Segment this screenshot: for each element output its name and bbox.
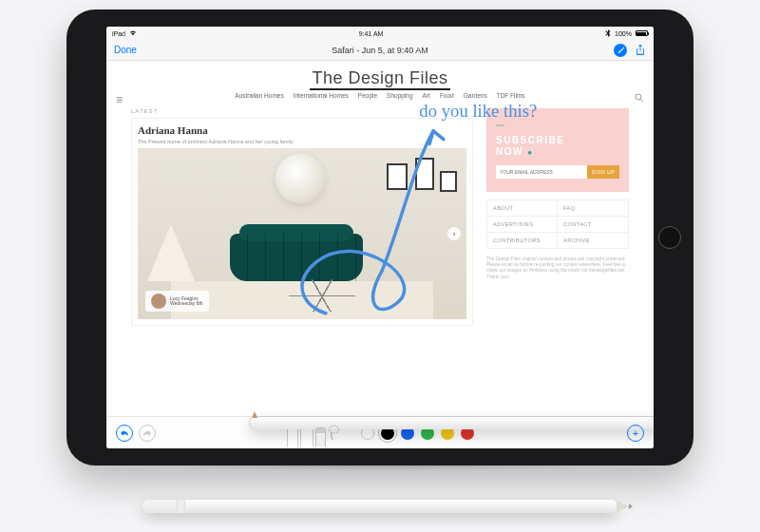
footer-link[interactable]: CONTRIBUTORS — [487, 233, 558, 248]
footer-link[interactable]: ABOUT — [487, 200, 558, 217]
new-annotation-button[interactable] — [614, 44, 627, 57]
svg-line-1 — [640, 99, 643, 102]
markup-titlebar: Done Safari - Jun 5, at 9:40 AM — [106, 40, 654, 61]
next-icon[interactable]: › — [447, 227, 461, 240]
wave-icon: 〰 — [496, 122, 619, 131]
lasso-tool[interactable] — [328, 422, 340, 446]
share-button[interactable] — [635, 44, 646, 57]
subscribe-widget: 〰 SUBSCRIBENOW ● SIGN UP — [486, 108, 629, 192]
footer-link[interactable]: FAQ — [558, 200, 628, 217]
nav-link[interactable]: Shopping — [387, 92, 412, 99]
home-button[interactable] — [658, 226, 681, 249]
article-title: Adriana Hanna — [138, 124, 466, 136]
avatar — [151, 294, 166, 309]
wifi-icon — [129, 30, 137, 36]
nav-link[interactable]: International Homes — [294, 92, 349, 99]
carrier-label: iPad — [112, 30, 125, 37]
done-button[interactable]: Done — [114, 45, 137, 55]
nav-link[interactable]: Art — [423, 92, 430, 99]
footer-link[interactable]: ARCHIVE — [558, 233, 628, 248]
nav-link[interactable]: Gardens — [464, 92, 487, 99]
article-subtitle: The Prewett home of architect Adriana Ha… — [138, 139, 466, 144]
menu-icon[interactable]: ≡ — [116, 93, 123, 106]
nav-link[interactable]: People — [358, 92, 377, 99]
markup-toolbar: + — [106, 416, 654, 448]
apple-pencil — [142, 500, 618, 513]
article-card[interactable]: Adriana Hanna The Prewett home of archit… — [131, 118, 473, 326]
site-logo[interactable]: The Design Files — [124, 68, 636, 90]
eraser-tool[interactable] — [315, 428, 326, 446]
status-bar: iPad 9:41 AM 100% — [106, 27, 654, 40]
svg-point-2 — [329, 426, 338, 433]
markup-title: Safari - Jun 5, at 9:40 AM — [332, 46, 428, 55]
battery-label: 100% — [615, 30, 632, 37]
signup-button[interactable]: SIGN UP — [587, 165, 619, 179]
author-badge: Lucy Feagins Wednesday 8th — [145, 291, 209, 312]
footer-link[interactable]: ADVERTISING — [487, 217, 558, 233]
bluetooth-icon — [605, 29, 611, 38]
webpage-screenshot: ≡ The Design Files Australian HomesInter… — [106, 61, 654, 416]
nav-link[interactable]: TDF Films — [497, 92, 525, 99]
fine-print: The Design Files original content and ph… — [486, 256, 629, 280]
ipad-device-frame: iPad 9:41 AM 100% Done Safari - Jun 5, a… — [66, 10, 694, 466]
tool-picker — [287, 420, 340, 446]
add-button[interactable]: + — [627, 425, 644, 442]
nav-link[interactable]: Australian Homes — [235, 92, 283, 99]
nav-link[interactable]: Food — [440, 92, 454, 99]
site-nav: Australian HomesInternational HomesPeopl… — [124, 92, 636, 99]
battery-icon — [636, 30, 648, 36]
ipad-screen: iPad 9:41 AM 100% Done Safari - Jun 5, a… — [106, 27, 654, 448]
undo-button[interactable] — [116, 425, 133, 442]
email-field[interactable] — [496, 165, 587, 179]
article-hero-image: Lucy Feagins Wednesday 8th › — [138, 148, 466, 319]
clock: 9:41 AM — [359, 30, 384, 37]
latest-label: LATEST — [131, 108, 473, 114]
footer-links: ABOUTFAQADVERTISINGCONTACTCONTRIBUTORSAR… — [486, 200, 629, 249]
footer-link[interactable]: CONTACT — [558, 217, 628, 233]
pencil-tool[interactable] — [249, 416, 654, 429]
redo-button[interactable] — [139, 425, 156, 442]
